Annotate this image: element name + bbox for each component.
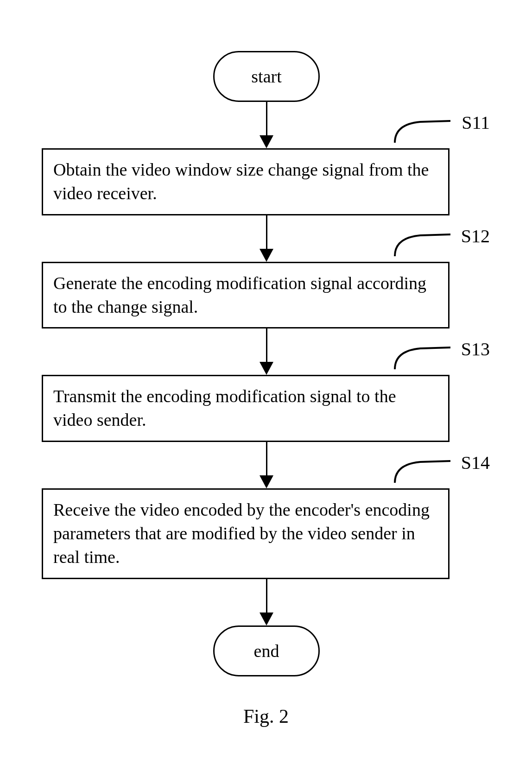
step-label-text: S13 [461,337,490,362]
end-label: end [254,641,279,661]
start-terminator: start [213,51,320,102]
callout-curve-icon [393,117,453,145]
callout-curve-icon [393,344,453,372]
step-label-text: S11 [462,110,490,135]
process-step-s12: S12 Generate the encoding modification s… [42,262,450,329]
step-text: Receive the video encoded by the encoder… [53,500,430,567]
callout-curve-icon [393,457,453,485]
process-step-s13: S13 Transmit the encoding modification s… [42,375,450,442]
arrow [42,579,491,625]
figure-caption: Fig. 2 [0,705,532,727]
callout-curve-icon [393,231,453,259]
process-step-s14: S14 Receive the video encoded by the enc… [42,488,450,579]
end-terminator: end [213,625,320,676]
step-text: Transmit the encoding modification signa… [53,386,396,429]
step-text: Obtain the video window size change sign… [53,160,429,203]
process-step-s11: S11 Obtain the video window size change … [42,148,450,215]
step-text: Generate the encoding modification signa… [53,273,426,316]
step-label-text: S12 [461,224,490,249]
flowchart-container: start S11 Obtain the video window size c… [42,51,491,676]
step-label-text: S14 [461,450,490,475]
start-label: start [251,66,281,87]
